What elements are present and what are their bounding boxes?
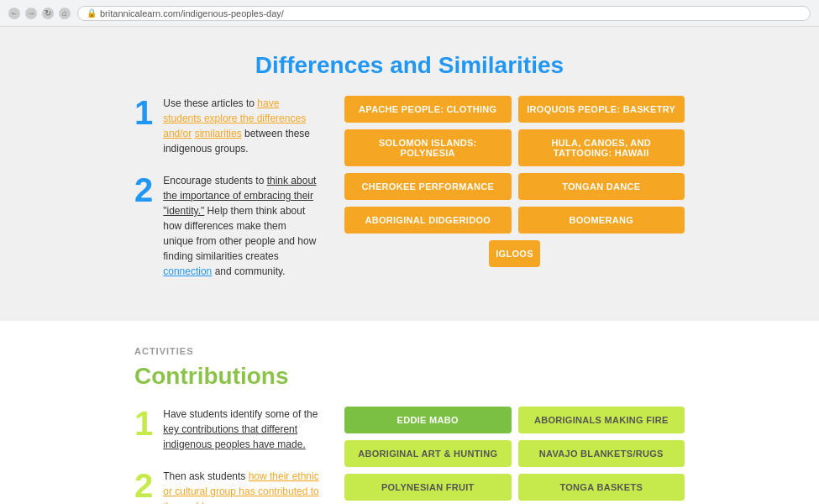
btn-eddie-mabo[interactable]: EDDIE MABO — [344, 407, 512, 433]
browser-controls: ← → ↻ ⌂ — [8, 8, 71, 19]
btn-aboriginal-didgeridoo[interactable]: ABORIGINAL DIDGERIDOO — [344, 207, 512, 234]
btn-apache-clothing[interactable]: APACHE PEOPLE: CLOTHING — [344, 96, 512, 123]
forward-button[interactable]: → — [25, 8, 37, 19]
activities-label: ACTIVITIES — [134, 346, 685, 356]
step2-text: Encourage students to think about the im… — [163, 173, 319, 279]
btn-boomerang[interactable]: BOOMERANG — [518, 207, 685, 234]
btn-polynesian-fruit[interactable]: POLYNESIAN FRUIT — [344, 474, 512, 501]
btn-cherokee-performance[interactable]: CHEROKEE PERFORMANCE — [344, 173, 512, 200]
contrib-step1-number: 1 — [134, 407, 153, 452]
contributions-step2: 2 Then ask students how their ethnic or … — [134, 469, 319, 504]
btn-tongan-dance[interactable]: TONGAN DANCE — [518, 173, 685, 200]
step1-number: 1 — [134, 96, 153, 156]
contrib-step2-number: 2 — [134, 469, 153, 504]
btn-igloos[interactable]: IGLOOS — [489, 240, 540, 267]
btn-aboriginal-art-hunting[interactable]: ABORIGINAL ART & HUNTING — [344, 440, 512, 467]
contrib-step2-text: Then ask students how their ethnic or cu… — [163, 469, 319, 504]
btn-tonga-baskets[interactable]: TONGA BASKETS — [518, 474, 685, 501]
step2-number: 2 — [134, 173, 153, 279]
browser-bar: ← → ↻ ⌂ 🔒 britannicalearn.com/indigenous… — [0, 0, 819, 27]
btn-solomon-polynesia[interactable]: SOLOMON ISLANDS: POLYNESIA — [344, 129, 512, 166]
btn-navajo-blankets[interactable]: NAVAJO BLANKETS/RUGS — [518, 440, 685, 467]
differences-step1: 1 Use these articles to have students ex… — [134, 96, 319, 156]
btn-iroquois-basketry[interactable]: IROQUOIS PEOPLE: BASKETRY — [518, 96, 685, 123]
contributions-step1: 1 Have students identify some of the key… — [134, 407, 319, 452]
refresh-button[interactable]: ↻ — [42, 8, 54, 19]
step1-text: Use these articles to have students expl… — [163, 96, 319, 156]
differences-step2: 2 Encourage students to think about the … — [134, 173, 319, 279]
home-button[interactable]: ⌂ — [59, 8, 71, 19]
url-bar[interactable]: 🔒 britannicalearn.com/indigenous-peoples… — [77, 6, 811, 21]
url-text: britannicalearn.com/indigenous-peoples-d… — [100, 8, 284, 18]
section-differences: Differences and Similarities 1 Use these… — [0, 27, 819, 321]
contributions-title: Contributions — [134, 363, 685, 390]
contributions-buttons-grid: EDDIE MABO ABORIGINALS MAKING FIRE ABORI… — [344, 407, 685, 504]
contrib-step1-text: Have students identify some of the key c… — [163, 407, 319, 452]
contributions-instructions: 1 Have students identify some of the key… — [134, 407, 319, 504]
btn-aboriginals-making-fire[interactable]: ABORIGINALS MAKING FIRE — [518, 407, 685, 433]
differences-body: 1 Use these articles to have students ex… — [134, 96, 685, 296]
page-content: Differences and Similarities 1 Use these… — [0, 27, 819, 504]
differences-buttons-grid: APACHE PEOPLE: CLOTHING IROQUOIS PEOPLE:… — [344, 96, 685, 267]
section-contributions: ACTIVITIES Contributions 1 Have students… — [0, 321, 819, 504]
differences-title: Differences and Similarities — [134, 52, 685, 79]
btn-hula-canoes[interactable]: HULA, CANOES, AND TATTOOING: HAWAII — [518, 129, 685, 166]
contributions-body: 1 Have students identify some of the key… — [134, 407, 685, 504]
differences-instructions: 1 Use these articles to have students ex… — [134, 96, 319, 296]
back-button[interactable]: ← — [8, 8, 20, 19]
lock-icon: 🔒 — [87, 8, 97, 18]
